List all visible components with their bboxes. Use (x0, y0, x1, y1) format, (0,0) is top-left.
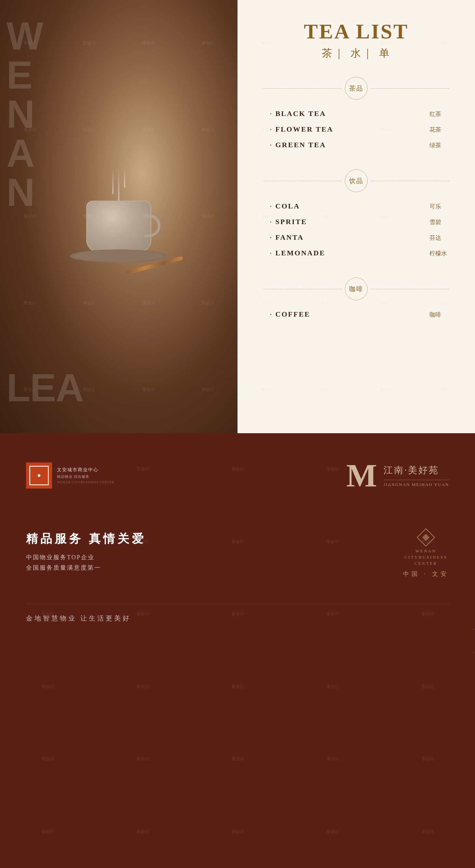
list-item: · FLOWER TEA 花茶 (264, 125, 449, 133)
item-cn-black-tea: 红茶 (430, 110, 449, 118)
section-divider-drinks: 饮品 (264, 169, 449, 192)
item-cn-coffee: 咖啡 (430, 311, 449, 318)
tea-list-title: TEA LIST (304, 20, 409, 44)
divider-line-right-3 (371, 289, 449, 289)
section-divider-tea: 茶品 (264, 77, 449, 100)
emblem-diamond (417, 528, 435, 547)
list-item: · COLA 可乐 (264, 202, 449, 210)
emblem-line-3: CENTER (414, 561, 438, 566)
section-divider-coffee: 咖啡 (264, 278, 449, 300)
cup-steam (112, 168, 125, 200)
divider-circle-drinks: 饮品 (345, 169, 368, 192)
emblem-diamond-inner (422, 534, 430, 541)
tea-list-subtitle: 茶｜水｜单 (322, 46, 391, 61)
main-slogan: 精品服务 真情关爱 (26, 531, 146, 547)
emblem-cn: 中国 · 文安 (403, 570, 449, 578)
rl-underline (383, 480, 449, 480)
rl-name-en: JIANGNAN MEIHAO YUAN (383, 482, 449, 487)
vertical-text-2: L E A (6, 368, 82, 407)
list-item: · BLACK TEA 红茶 (264, 110, 449, 118)
v-letter-n: N (6, 94, 42, 133)
list-item: · FANTA 芬达 (264, 233, 449, 242)
divider-line-left-3 (264, 289, 342, 289)
item-en-coffee: COFFEE (276, 310, 423, 318)
left-text-block: 精品服务 真情关爱 中国物业服务TOP企业 全国服务质量满意度第一 (26, 531, 146, 571)
item-en-flower-tea: FLOWER TEA (276, 125, 423, 133)
sub-text-block: 中国物业服务TOP企业 全国服务质量满意度第一 (26, 553, 146, 571)
bottom-content: 文安城市商业中心 精品物业 综合服务 WENAN CITYBUSINESS CE… (0, 433, 475, 642)
item-en-green-tea: GREEN TEA (276, 141, 423, 149)
steam-1 (112, 168, 113, 194)
logo-icon-box (26, 463, 52, 489)
emblem-line-2: CITYBUSINESS (404, 555, 448, 560)
steam-2 (118, 168, 120, 200)
item-en-lemonade: LEMONADE (276, 249, 423, 257)
item-en-fanta: FANTA (276, 233, 423, 242)
tea-menu-items: · BLACK TEA 红茶 · FLOWER TEA 花茶 · GREEN T… (264, 110, 449, 156)
item-cn-lemonade: 柠檬水 (430, 249, 449, 257)
rl-name-cn: 江南·美好苑 (383, 464, 449, 476)
cup-handle (144, 214, 160, 237)
logo-name-sub2: WENAN CITYBUSINESS CENTER (57, 480, 114, 484)
item-cn-cola: 可乐 (430, 203, 449, 210)
vertical-text-overlay: W E N A N (6, 16, 42, 212)
emblem-line-1: WENAN (415, 549, 437, 554)
item-cn-sprite: 雪碧 (430, 218, 449, 226)
steam-3 (124, 168, 125, 188)
v-letter-n2: N (6, 173, 42, 212)
big-letter-m: M (346, 459, 377, 492)
v-letter-w: W (6, 16, 42, 55)
bottom-bar: 金地智慧物业 让生活更美好 (26, 604, 449, 623)
v-letter-e2: E (30, 366, 54, 409)
section-label-tea: 茶品 (349, 84, 364, 93)
logo-icon-dot (38, 474, 40, 477)
section-label-coffee: 咖啡 (349, 285, 364, 293)
cup-saucer (70, 249, 168, 262)
logo-icon-inner (29, 466, 49, 485)
divider-line-left-2 (264, 181, 342, 181)
sub-line-1: 中国物业服务TOP企业 (26, 553, 146, 561)
list-item: · GREEN TEA 绿茶 (264, 141, 449, 149)
drinks-menu-items: · COLA 可乐 · SPRITE 雪碧 · FANTA 芬达 · LEMON… (264, 202, 449, 265)
logo-name-cn: 文安城市商业中心 (57, 467, 114, 473)
list-item: · COFFEE 咖啡 (264, 310, 449, 318)
cup-body (86, 200, 151, 253)
photo-panel: W E N A N L E A 享设计 享设计 享设计 享设计 享设计 享设计 … (0, 0, 238, 433)
sub-line-2: 全国服务质量满意度第一 (26, 564, 146, 571)
coffee-menu-items: · COFFEE 咖啡 (264, 310, 449, 326)
right-logo: M 江南·美好苑 JIANGNAN MEIHAO YUAN (346, 459, 449, 492)
v-letter-l: L (6, 366, 29, 409)
item-cn-flower-tea: 花茶 (430, 126, 449, 133)
footer-text: 金地智慧物业 让生活更美好 (26, 614, 131, 623)
list-item: · SPRITE 雪碧 (264, 218, 449, 226)
emblem-text: WENAN CITYBUSINESS CENTER 中国 · 文安 (403, 549, 449, 578)
left-logo: 文安城市商业中心 精品物业 综合服务 WENAN CITYBUSINESS CE… (26, 463, 114, 489)
divider-line-right-2 (371, 181, 449, 181)
item-en-black-tea: BLACK TEA (276, 110, 423, 118)
right-logo-text: 江南·美好苑 JIANGNAN MEIHAO YUAN (383, 464, 449, 487)
divider-circle-coffee: 咖啡 (345, 278, 368, 300)
center-emblem: WENAN CITYBUSINESS CENTER 中国 · 文安 (403, 531, 449, 578)
list-item: · LEMONADE 柠檬水 (264, 249, 449, 257)
bottom-section: 享设计 享设计 享设计 享设计 享设计 享设计 享设计 享设计 享设计 享设计 … (0, 433, 475, 868)
v-letter-a: A (6, 133, 42, 173)
logo-name-sub: 精品物业 综合服务 (57, 474, 114, 479)
item-en-cola: COLA (276, 202, 423, 210)
annotation-liangg: 亮光 (473, 647, 475, 657)
divider-line-left (264, 88, 342, 89)
v-letter-e: E (6, 55, 42, 94)
divider-circle-tea: 茶品 (345, 77, 368, 100)
top-section: W E N A N L E A 享设计 享设计 享设计 享设计 享设计 享设计 … (0, 0, 475, 433)
cup-scene (57, 149, 180, 272)
divider-line-right (371, 88, 449, 89)
v-letter-a2: A (56, 366, 82, 409)
middle-section: 精品服务 真情关爱 中国物业服务TOP企业 全国服务质量满意度第一 WENAN … (26, 531, 449, 578)
section-label-drinks: 饮品 (349, 177, 364, 185)
left-logo-text: 文安城市商业中心 精品物业 综合服务 WENAN CITYBUSINESS CE… (57, 467, 114, 484)
annotation-line-2 (473, 652, 475, 652)
item-en-sprite: SPRITE (276, 218, 423, 226)
item-cn-green-tea: 绿茶 (430, 142, 449, 149)
menu-panel: 享设计 享设计 享设计 享设计 享设计 享设计 享设计 享设计 享设计 享设计 … (238, 0, 475, 433)
logo-row: 文安城市商业中心 精品物业 综合服务 WENAN CITYBUSINESS CE… (26, 459, 449, 492)
item-cn-fanta: 芬达 (430, 234, 449, 242)
